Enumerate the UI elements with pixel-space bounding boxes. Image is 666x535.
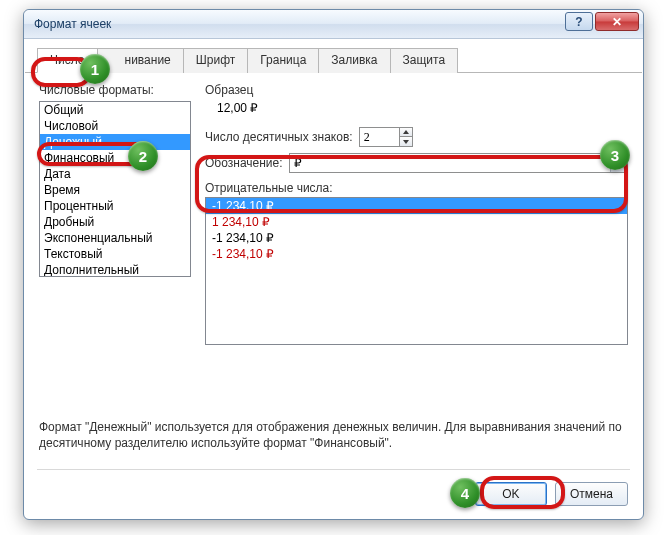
sample-value: 12,00 ₽ [205, 97, 628, 121]
help-button[interactable]: ? [565, 12, 593, 31]
format-list-item[interactable]: Общий [40, 102, 190, 118]
negative-list-item[interactable]: -1 234,10 ₽ [206, 230, 627, 246]
sample-label: Образец [205, 83, 628, 97]
close-button[interactable]: ✕ [595, 12, 639, 31]
ok-button[interactable]: OK [475, 482, 547, 506]
badge-1: 1 [80, 54, 110, 84]
format-list-item[interactable]: Экспоненциальный [40, 230, 190, 246]
spin-up[interactable] [399, 127, 413, 137]
format-list-item[interactable]: Денежный [40, 134, 190, 150]
client-area: Число нивание Шрифт Граница Заливка Защи… [25, 39, 642, 518]
symbol-combo[interactable] [289, 153, 628, 173]
negative-list-item[interactable]: -1 234,10 ₽ [206, 246, 627, 262]
footer-buttons: OK Отмена [475, 482, 628, 506]
format-description: Формат "Денежный" используется для отобр… [39, 419, 628, 451]
decimals-input[interactable] [359, 127, 399, 147]
format-list-item[interactable]: Процентный [40, 198, 190, 214]
badge-2: 2 [128, 141, 158, 171]
symbol-label: Обозначение: [205, 156, 283, 170]
negatives-listbox[interactable]: -1 234,10 ₽1 234,10 ₽-1 234,10 ₽-1 234,1… [205, 197, 628, 345]
cancel-button[interactable]: Отмена [555, 482, 628, 506]
spin-down[interactable] [399, 137, 413, 147]
format-list-item[interactable]: Числовой [40, 118, 190, 134]
badge-4: 4 [450, 478, 480, 508]
right-pane: Образец 12,00 ₽ Число десятичных знаков:… [205, 83, 628, 345]
window-title: Формат ячеек [34, 17, 111, 31]
decimals-spinner[interactable] [359, 127, 413, 147]
format-listbox[interactable]: ОбщийЧисловойДенежныйФинансовыйДатаВремя… [39, 101, 191, 277]
format-list-item[interactable]: Текстовый [40, 246, 190, 262]
badge-3: 3 [600, 140, 630, 170]
symbol-input[interactable] [289, 153, 628, 173]
titlebar[interactable]: Формат ячеек ? ✕ [24, 10, 643, 39]
format-list-item[interactable]: Время [40, 182, 190, 198]
tab-border[interactable]: Граница [247, 48, 319, 73]
negatives-label: Отрицательные числа: [205, 181, 628, 195]
format-list-item[interactable]: Дробный [40, 214, 190, 230]
negative-list-item[interactable]: 1 234,10 ₽ [206, 214, 627, 230]
format-list-item[interactable]: Дата [40, 166, 190, 182]
tab-font[interactable]: Шрифт [183, 48, 248, 73]
format-cells-dialog: Формат ячеек ? ✕ Число нивание Шрифт Гра… [23, 9, 644, 520]
format-list-item[interactable]: Финансовый [40, 150, 190, 166]
tab-content: Числовые форматы: ОбщийЧисловойДенежныйФ… [25, 73, 642, 467]
negative-list-item[interactable]: -1 234,10 ₽ [206, 198, 627, 214]
tab-fill[interactable]: Заливка [318, 48, 390, 73]
decimals-label: Число десятичных знаков: [205, 130, 353, 144]
tab-protection[interactable]: Защита [390, 48, 459, 73]
format-list-item[interactable]: Дополнительный [40, 262, 190, 277]
tab-strip: Число нивание Шрифт Граница Заливка Защи… [25, 39, 642, 73]
divider [37, 469, 630, 470]
